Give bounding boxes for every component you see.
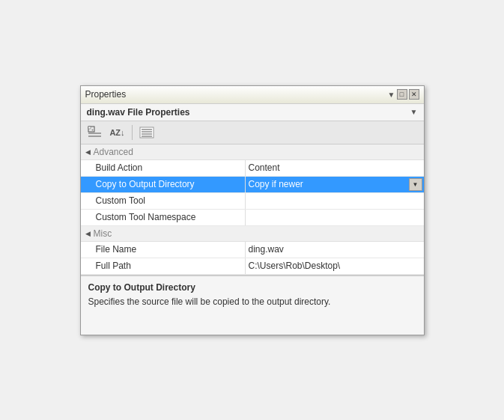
prop-full-path-value[interactable]: C:\Users\Rob\Desktop\: [246, 258, 424, 274]
prop-file-name[interactable]: File Name ding.wav: [81, 242, 424, 258]
advanced-label: Advanced: [94, 147, 133, 157]
prop-copy-output[interactable]: Copy to Output Directory Copy if newer ▼: [81, 177, 424, 193]
title-bar-controls: ▼ □ ✕: [388, 89, 419, 100]
advanced-collapse-icon: ◀: [85, 148, 91, 156]
restore-button[interactable]: □: [397, 89, 407, 100]
section-misc[interactable]: ◀ Misc: [81, 226, 424, 242]
dropdown-icon[interactable]: ▼: [388, 91, 395, 99]
prop-custom-tool-ns-name: Custom Tool Namespace: [81, 210, 246, 225]
prop-custom-tool-ns-value[interactable]: [246, 210, 424, 225]
file-header-text: ding.wav File Properties: [87, 107, 190, 118]
toolbar-separator: [132, 125, 133, 140]
prop-file-name-name: File Name: [81, 242, 246, 258]
file-header: ding.wav File Properties ▼: [81, 104, 424, 121]
categorized-icon: +: [88, 126, 103, 139]
prop-custom-tool-name: Custom Tool: [81, 193, 246, 209]
alpha-icon: AZ↓: [109, 128, 124, 137]
prop-full-path[interactable]: Full Path C:\Users\Rob\Desktop\: [81, 258, 424, 275]
prop-custom-tool[interactable]: Custom Tool: [81, 193, 424, 210]
prop-file-name-value[interactable]: ding.wav: [246, 242, 424, 258]
prop-copy-output-name: Copy to Output Directory: [81, 177, 246, 192]
section-advanced[interactable]: ◀ Advanced: [81, 144, 424, 160]
prop-build-action-name: Build Action: [81, 160, 246, 176]
prop-full-path-name: Full Path: [81, 258, 246, 274]
svg-text:+: +: [91, 127, 94, 132]
misc-collapse-icon: ◀: [85, 230, 91, 237]
svg-rect-1: [88, 127, 91, 129]
prop-custom-tool-ns[interactable]: Custom Tool Namespace: [81, 210, 424, 226]
title-bar: Properties ▼ □ ✕: [81, 86, 424, 104]
description-title: Copy to Output Directory: [88, 282, 416, 293]
copy-output-dropdown-button[interactable]: ▼: [409, 178, 422, 191]
filter-icon: [139, 126, 154, 139]
prop-build-action-value[interactable]: Content: [246, 160, 424, 176]
close-button[interactable]: ✕: [409, 89, 419, 100]
description-text: Specifies the source file will be copied…: [88, 296, 416, 308]
window-title: Properties: [85, 89, 127, 100]
misc-label: Misc: [94, 228, 112, 239]
filter-button[interactable]: [137, 124, 157, 141]
prop-custom-tool-value[interactable]: [246, 193, 424, 209]
prop-build-action[interactable]: Build Action Content: [81, 160, 424, 177]
description-panel: Copy to Output Directory Specifies the s…: [81, 275, 424, 335]
alphabetical-view-button[interactable]: AZ↓: [108, 124, 127, 141]
toolbar: + AZ↓: [81, 121, 424, 144]
categorized-view-button[interactable]: +: [85, 124, 105, 141]
properties-table: ◀ Advanced Build Action Content Copy to …: [81, 144, 424, 275]
file-header-dropdown-icon[interactable]: ▼: [410, 108, 418, 116]
prop-copy-output-value[interactable]: Copy if newer ▼: [246, 177, 424, 192]
properties-window: Properties ▼ □ ✕ ding.wav File Propertie…: [80, 85, 425, 335]
